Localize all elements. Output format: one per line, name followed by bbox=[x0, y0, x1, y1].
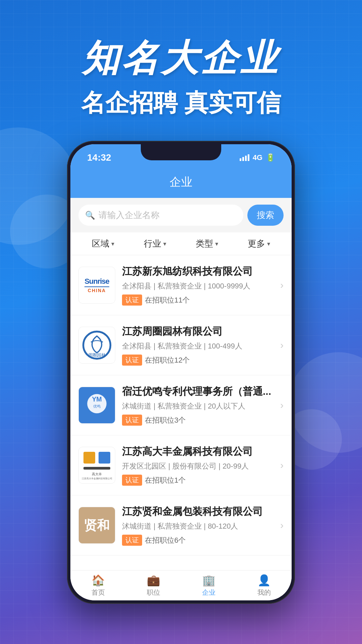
svg-text:YM: YM bbox=[92, 395, 102, 403]
company-name-3: 宿迁优鸣专利代理事务所（普通... bbox=[122, 385, 274, 398]
jobs-icon: 💼 bbox=[147, 574, 160, 587]
company-icon: 🏢 bbox=[202, 574, 216, 587]
company-name-4: 江苏高大丰金属科技有限公司 bbox=[122, 445, 274, 459]
svg-text:周圈园林: 周圈园林 bbox=[88, 353, 106, 358]
company-item-1[interactable]: Sunrise CHINA 江苏新东旭纺织科技有限公司 全沭阳县 | 私营独资企… bbox=[70, 255, 292, 315]
status-time: 14:32 bbox=[87, 152, 111, 163]
company-info-5: 江苏贤和金属包装科技有限公司 沭城街道 | 私营独资企业 | 80-120人 认… bbox=[122, 505, 274, 546]
phone-inner: 14:32 4G 🔋 企业 🔍 bbox=[70, 144, 292, 600]
company-item-3[interactable]: YM 优鸣 宿迁优鸣专利代理事务所（普通... 沭城街道 | 私营独资企业 | … bbox=[70, 375, 292, 435]
company-list: Sunrise CHINA 江苏新东旭纺织科技有限公司 全沭阳县 | 私营独资企… bbox=[70, 255, 292, 555]
chevron-right-icon: › bbox=[280, 399, 284, 411]
company-item-4[interactable]: 高大丰 江苏高大丰金属科技有限公司 江苏高大丰金属科技有限公司 开发区北园区 |… bbox=[70, 435, 292, 495]
filter-more-label: 更多 bbox=[248, 238, 265, 250]
bottom-navigation: 🏠 首页 💼 职位 🏢 企业 👤 我的 bbox=[70, 570, 292, 600]
chevron-down-icon: ▾ bbox=[111, 240, 114, 248]
filter-region[interactable]: 区域 ▾ bbox=[77, 238, 129, 250]
company-item-5[interactable]: 贤和 江苏贤和金属包装科技有限公司 沭城街道 | 私营独资企业 | 80-120… bbox=[70, 495, 292, 555]
company-tags-3: 认证 在招职位3个 bbox=[122, 415, 274, 426]
company-meta-5: 沭城街道 | 私营独资企业 | 80-120人 bbox=[122, 521, 274, 531]
filter-industry[interactable]: 行业 ▾ bbox=[129, 238, 181, 250]
company-tags-4: 认证 在招职位1个 bbox=[122, 475, 274, 486]
company-meta-3: 沭城街道 | 私营独资企业 | 20人以下人 bbox=[122, 401, 274, 411]
search-placeholder-text: 请输入企业名称 bbox=[99, 209, 160, 221]
nav-home[interactable]: 🏠 首页 bbox=[92, 574, 105, 597]
company-logo-3: YM 优鸣 bbox=[78, 387, 115, 424]
filter-type[interactable]: 类型 ▾ bbox=[181, 238, 233, 250]
header-subtitle: 名企招聘 真实可信 bbox=[0, 87, 362, 119]
chevron-right-icon: › bbox=[280, 339, 284, 351]
jobs-count-1: 在招职位11个 bbox=[145, 295, 190, 305]
certified-badge-3: 认证 bbox=[122, 415, 142, 426]
xianhe-logo-text: 贤和 bbox=[84, 517, 110, 534]
chevron-right-icon: › bbox=[280, 460, 284, 471]
nav-company-label: 企业 bbox=[202, 588, 216, 597]
company-name-2: 江苏周圈园林有限公司 bbox=[122, 325, 274, 338]
signal-icon bbox=[240, 154, 249, 161]
app-header: 企业 bbox=[70, 168, 292, 198]
company-logo-5: 贤和 bbox=[78, 507, 115, 544]
gaodafeng-logo-svg: 高大丰 江苏高大丰金属科技有限公司 bbox=[80, 448, 114, 482]
company-item-2[interactable]: 周圈园林 江苏周圈园林有限公司 全沭阳县 | 私营独资企业 | 100-499人… bbox=[70, 315, 292, 375]
sunrise-logo-text: Sunrise bbox=[84, 277, 109, 286]
sunrise-logo-china: CHINA bbox=[84, 288, 109, 293]
chevron-down-icon: ▾ bbox=[267, 240, 270, 248]
company-logo-4: 高大丰 江苏高大丰金属科技有限公司 bbox=[78, 447, 115, 484]
profile-icon: 👤 bbox=[257, 574, 271, 587]
network-type: 4G bbox=[253, 153, 262, 162]
search-icon: 🔍 bbox=[85, 211, 95, 220]
company-meta-4: 开发区北园区 | 股份有限公司 | 20-99人 bbox=[122, 461, 274, 471]
nav-jobs-label: 职位 bbox=[147, 588, 160, 597]
company-meta-2: 全沭阳县 | 私营独资企业 | 100-499人 bbox=[122, 341, 274, 351]
company-meta-1: 全沭阳县 | 私营独资企业 | 1000-9999人 bbox=[122, 281, 274, 291]
company-logo-1: Sunrise CHINA bbox=[78, 267, 115, 304]
company-info-3: 宿迁优鸣专利代理事务所（普通... 沭城街道 | 私营独资企业 | 20人以下人… bbox=[122, 385, 274, 426]
jobs-count-5: 在招职位6个 bbox=[145, 535, 186, 545]
company-tags-2: 认证 在招职位12个 bbox=[122, 355, 274, 366]
filter-more[interactable]: 更多 ▾ bbox=[233, 238, 285, 250]
yooming-logo-svg: YM 优鸣 bbox=[82, 390, 112, 420]
nav-home-label: 首页 bbox=[92, 588, 105, 597]
home-icon: 🏠 bbox=[92, 574, 105, 587]
company-tags-1: 认证 在招职位11个 bbox=[122, 294, 274, 306]
jobs-count-2: 在招职位12个 bbox=[145, 355, 190, 365]
search-input-wrap[interactable]: 🔍 请输入企业名称 bbox=[78, 205, 243, 226]
phone-mockup: 14:32 4G 🔋 企业 🔍 bbox=[67, 141, 295, 604]
battery-icon: 🔋 bbox=[266, 153, 275, 162]
company-name-5: 江苏贤和金属包装科技有限公司 bbox=[122, 505, 274, 519]
certified-badge-1: 认证 bbox=[122, 294, 142, 306]
company-info-2: 江苏周圈园林有限公司 全沭阳县 | 私营独资企业 | 100-499人 认证 在… bbox=[122, 325, 274, 366]
chevron-right-icon: › bbox=[280, 279, 284, 291]
status-icons: 4G 🔋 bbox=[240, 153, 275, 162]
phone-outer: 14:32 4G 🔋 企业 🔍 bbox=[67, 141, 295, 604]
company-logo-2: 周圈园林 bbox=[78, 327, 115, 364]
nav-jobs[interactable]: 💼 职位 bbox=[147, 574, 160, 597]
company-info-4: 江苏高大丰金属科技有限公司 开发区北园区 | 股份有限公司 | 20-99人 认… bbox=[122, 445, 274, 486]
company-info-1: 江苏新东旭纺织科技有限公司 全沭阳县 | 私营独资企业 | 1000-9999人… bbox=[122, 265, 274, 306]
app-title: 企业 bbox=[70, 174, 292, 190]
nav-profile[interactable]: 👤 我的 bbox=[257, 574, 271, 597]
phone-notch bbox=[141, 144, 221, 160]
certified-badge-5: 认证 bbox=[122, 535, 142, 546]
svg-text:江苏高大丰金属科技有限公司: 江苏高大丰金属科技有限公司 bbox=[82, 477, 112, 480]
zhouzhi-logo-svg: 周圈园林 bbox=[82, 330, 112, 360]
svg-rect-6 bbox=[99, 452, 110, 464]
chevron-down-icon: ▾ bbox=[163, 240, 166, 248]
company-tags-5: 认证 在招职位6个 bbox=[122, 535, 274, 546]
jobs-count-4: 在招职位1个 bbox=[145, 475, 186, 485]
search-button[interactable]: 搜索 bbox=[247, 205, 284, 226]
certified-badge-4: 认证 bbox=[122, 475, 142, 486]
company-name-1: 江苏新东旭纺织科技有限公司 bbox=[122, 265, 274, 278]
sunrise-logo-line bbox=[84, 286, 109, 287]
svg-text:高大丰: 高大丰 bbox=[92, 472, 102, 476]
chevron-right-icon: › bbox=[280, 520, 284, 531]
header-section: 知名大企业 名企招聘 真实可信 bbox=[0, 0, 362, 119]
header-title: 知名大企业 bbox=[0, 34, 362, 84]
nav-profile-label: 我的 bbox=[257, 588, 271, 597]
filter-industry-label: 行业 bbox=[144, 238, 161, 250]
nav-company[interactable]: 🏢 企业 bbox=[202, 574, 216, 597]
certified-badge-2: 认证 bbox=[122, 355, 142, 366]
jobs-count-3: 在招职位3个 bbox=[145, 415, 186, 425]
svg-rect-7 bbox=[83, 467, 110, 470]
filter-region-label: 区域 bbox=[92, 238, 109, 250]
